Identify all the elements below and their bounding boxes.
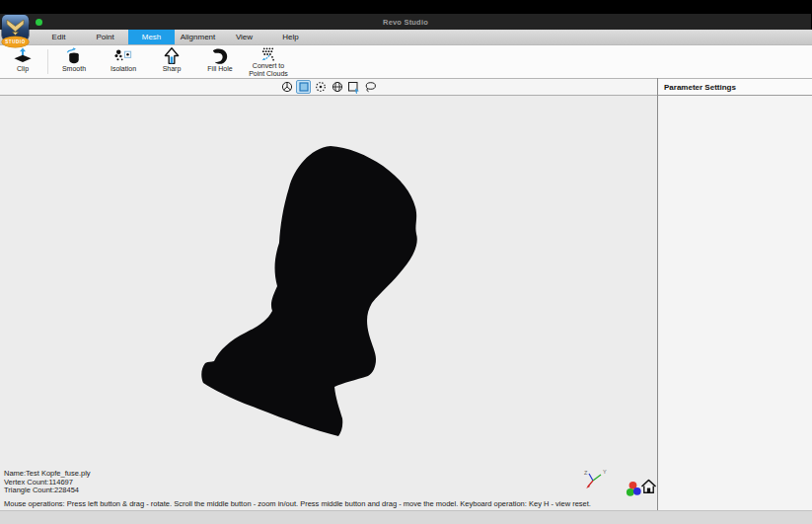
status-bar-text: Mouse operations: Press left button & dr… xyxy=(4,499,591,508)
axis-y-label: Y xyxy=(603,469,607,475)
mesh-model-silhouette[interactable] xyxy=(0,96,657,510)
home-view-reset-icon[interactable] xyxy=(640,479,657,498)
triangle-count-text: Triangle Count:228454 xyxy=(4,487,91,494)
panel-header: Parameter Settings xyxy=(658,78,812,96)
globe-grid-icon[interactable] xyxy=(330,80,344,94)
tool-label: Clip xyxy=(17,65,29,73)
tool-label-line2: Point Clouds xyxy=(249,70,288,78)
point-display-icon[interactable] xyxy=(313,80,328,94)
zoom-window-button[interactable] xyxy=(36,19,42,26)
convert-to-point-clouds-icon xyxy=(258,46,279,62)
tab-alignment[interactable]: Alignment xyxy=(175,30,221,44)
clip-plane-icon xyxy=(12,46,34,65)
orbit-rotate-icon[interactable] xyxy=(279,80,294,94)
viewport-column: Name:Test Kopfe_fuse.ply Vertex Count:11… xyxy=(0,78,657,510)
tab-view[interactable]: View xyxy=(221,30,267,44)
smooth-icon xyxy=(63,46,85,65)
desktop-black-strip xyxy=(0,0,812,14)
mesh-toolbar: Clip Smooth xyxy=(0,45,812,78)
tab-mesh[interactable]: Mesh xyxy=(128,30,175,44)
panel-body xyxy=(658,96,812,510)
isolation-icon xyxy=(112,46,134,65)
rectangle-select-icon[interactable] xyxy=(346,80,361,94)
logo-text: STUDIO xyxy=(5,39,26,44)
model-info-block: Name:Test Kopfe_fuse.ply Vertex Count:11… xyxy=(4,470,91,494)
sharp-icon xyxy=(161,46,183,65)
axis-orientation-gizmo: Z Y xyxy=(583,468,609,495)
viewport-toolbar xyxy=(0,78,657,96)
tab-help[interactable]: Help xyxy=(267,30,314,44)
menu-tab-bar: Edit Point Mesh Alignment View Help xyxy=(0,30,812,45)
titlebar: Revo Studio xyxy=(0,14,812,30)
tool-label: Fill Hole xyxy=(207,65,232,73)
tab-point[interactable]: Point xyxy=(82,30,128,44)
content-area: Name:Test Kopfe_fuse.ply Vertex Count:11… xyxy=(0,78,812,510)
parameter-settings-panel: Parameter Settings xyxy=(657,78,812,510)
tab-edit[interactable]: Edit xyxy=(36,30,82,44)
bottom-gray-strip xyxy=(0,510,812,524)
fill-hole-icon xyxy=(209,46,231,65)
logo-studio-banner: STUDIO xyxy=(2,37,29,47)
tool-label: Sharp xyxy=(163,65,182,73)
model-viewport[interactable]: Name:Test Kopfe_fuse.ply Vertex Count:11… xyxy=(0,96,657,510)
pan-view-icon[interactable] xyxy=(296,80,311,94)
axis-z-label: Z xyxy=(584,470,588,476)
revo-studio-logo: STUDIO xyxy=(2,15,29,47)
convert-to-point-clouds-button[interactable]: Convert to Point Clouds xyxy=(239,46,298,77)
tool-label: Smooth xyxy=(62,65,86,73)
tool-label-line1: Convert to xyxy=(253,62,284,70)
panel-title: Parameter Settings xyxy=(664,83,736,92)
app-window: Revo Studio Edit Point Mesh Alignment Vi… xyxy=(0,0,812,524)
lasso-select-icon[interactable] xyxy=(363,80,378,94)
tool-label: Isolation xyxy=(111,65,136,73)
window-title: Revo Studio xyxy=(383,18,428,27)
